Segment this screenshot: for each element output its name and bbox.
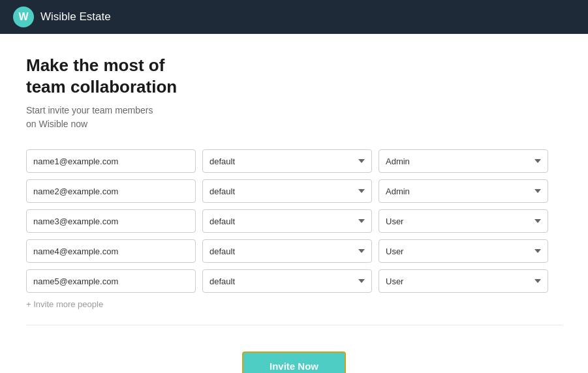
invite-row: default Admin User	[26, 179, 562, 203]
role-select-5[interactable]: User Admin	[379, 269, 548, 293]
email-input-5[interactable]	[26, 269, 196, 293]
role-select-3[interactable]: User Admin	[379, 209, 548, 233]
invite-row: default User Admin	[26, 269, 562, 293]
email-input-2[interactable]	[26, 179, 196, 203]
email-input-3[interactable]	[26, 209, 196, 233]
main-content: Make the most of team collaboration Star…	[0, 34, 588, 373]
logo-container: W Wisible Estate	[13, 7, 111, 27]
group-select-5[interactable]: default	[202, 269, 372, 293]
app-header: W Wisible Estate	[0, 0, 588, 34]
invite-now-button[interactable]: Invite Now	[242, 351, 346, 373]
app-title: Wisible Estate	[40, 10, 111, 23]
group-select-4[interactable]: default	[202, 239, 372, 263]
invite-form: default Admin User default Admin User de…	[26, 149, 562, 309]
role-select-4[interactable]: User Admin	[379, 239, 548, 263]
email-input-4[interactable]	[26, 239, 196, 263]
email-input-1[interactable]	[26, 149, 196, 173]
button-container: Invite Now	[26, 341, 562, 373]
page-subtitle: Start invite your team members on Wisibl…	[26, 104, 562, 131]
invite-row: default User Admin	[26, 209, 562, 233]
invite-row: default Admin User	[26, 149, 562, 173]
invite-row: default User Admin	[26, 239, 562, 263]
role-select-2[interactable]: Admin User	[379, 179, 548, 203]
role-select-1[interactable]: Admin User	[379, 149, 548, 173]
page-heading: Make the most of team collaboration	[26, 55, 562, 97]
group-select-3[interactable]: default	[202, 209, 372, 233]
logo-icon: W	[13, 7, 34, 27]
group-select-1[interactable]: default	[202, 149, 372, 173]
group-select-2[interactable]: default	[202, 179, 372, 203]
divider	[26, 325, 562, 325]
invite-more-link[interactable]: + Invite more people	[26, 299, 562, 309]
